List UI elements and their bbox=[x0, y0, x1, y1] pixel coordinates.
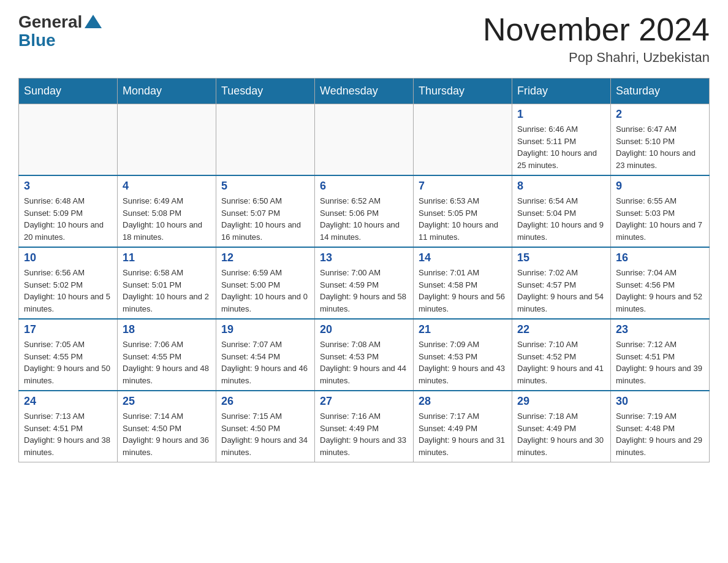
day-info: Sunrise: 7:07 AMSunset: 4:54 PMDaylight:… bbox=[221, 339, 309, 386]
day-number: 22 bbox=[517, 323, 605, 336]
day-info: Sunrise: 6:55 AMSunset: 5:03 PMDaylight:… bbox=[616, 195, 704, 243]
day-info: Sunrise: 7:04 AMSunset: 4:56 PMDaylight:… bbox=[616, 267, 704, 315]
calendar-cell: 18Sunrise: 7:06 AMSunset: 4:55 PMDayligh… bbox=[118, 319, 216, 391]
day-number: 24 bbox=[24, 395, 112, 408]
day-info: Sunrise: 6:52 AMSunset: 5:06 PMDaylight:… bbox=[320, 195, 408, 243]
calendar-table: SundayMondayTuesdayWednesdayThursdayFrid… bbox=[18, 78, 710, 462]
location: Pop Shahri, Uzbekistan bbox=[483, 50, 710, 66]
calendar-cell: 21Sunrise: 7:09 AMSunset: 4:53 PMDayligh… bbox=[414, 319, 512, 391]
day-info: Sunrise: 7:10 AMSunset: 4:52 PMDaylight:… bbox=[517, 339, 605, 386]
day-info: Sunrise: 6:48 AMSunset: 5:09 PMDaylight:… bbox=[24, 195, 112, 243]
day-info: Sunrise: 7:18 AMSunset: 4:49 PMDaylight:… bbox=[517, 410, 605, 458]
day-number: 26 bbox=[221, 395, 309, 408]
day-number: 9 bbox=[616, 180, 704, 193]
calendar-cell: 5Sunrise: 6:50 AMSunset: 5:07 PMDaylight… bbox=[216, 175, 315, 247]
day-info: Sunrise: 7:17 AMSunset: 4:49 PMDaylight:… bbox=[419, 410, 507, 458]
day-info: Sunrise: 7:02 AMSunset: 4:57 PMDaylight:… bbox=[517, 267, 605, 315]
day-info: Sunrise: 7:06 AMSunset: 4:55 PMDaylight:… bbox=[123, 339, 211, 386]
day-number: 27 bbox=[320, 395, 408, 408]
calendar-cell: 1Sunrise: 6:46 AMSunset: 5:11 PMDaylight… bbox=[512, 104, 611, 176]
day-info: Sunrise: 7:05 AMSunset: 4:55 PMDaylight:… bbox=[24, 339, 112, 386]
day-info: Sunrise: 6:50 AMSunset: 5:07 PMDaylight:… bbox=[221, 195, 309, 243]
day-info: Sunrise: 7:12 AMSunset: 4:51 PMDaylight:… bbox=[616, 339, 704, 386]
day-info: Sunrise: 6:58 AMSunset: 5:01 PMDaylight:… bbox=[123, 267, 211, 315]
day-number: 11 bbox=[123, 251, 211, 264]
calendar-cell: 25Sunrise: 7:14 AMSunset: 4:50 PMDayligh… bbox=[118, 391, 216, 462]
day-info: Sunrise: 7:08 AMSunset: 4:53 PMDaylight:… bbox=[320, 339, 408, 386]
day-number: 23 bbox=[616, 323, 704, 336]
day-number: 8 bbox=[517, 180, 605, 193]
day-info: Sunrise: 6:47 AMSunset: 5:10 PMDaylight:… bbox=[616, 123, 704, 171]
day-number: 30 bbox=[616, 395, 704, 408]
day-number: 15 bbox=[517, 251, 605, 264]
calendar-header-row: SundayMondayTuesdayWednesdayThursdayFrid… bbox=[19, 79, 710, 104]
day-info: Sunrise: 7:15 AMSunset: 4:50 PMDaylight:… bbox=[221, 410, 309, 458]
column-header-wednesday: Wednesday bbox=[315, 79, 414, 104]
calendar-cell: 16Sunrise: 7:04 AMSunset: 4:56 PMDayligh… bbox=[611, 247, 710, 319]
calendar-cell: 22Sunrise: 7:10 AMSunset: 4:52 PMDayligh… bbox=[512, 319, 611, 391]
calendar-cell: 9Sunrise: 6:55 AMSunset: 5:03 PMDaylight… bbox=[611, 175, 710, 247]
day-number: 3 bbox=[24, 180, 112, 193]
day-number: 19 bbox=[221, 323, 309, 336]
day-number: 17 bbox=[24, 323, 112, 336]
day-number: 7 bbox=[419, 180, 507, 193]
day-info: Sunrise: 6:56 AMSunset: 5:02 PMDaylight:… bbox=[24, 267, 112, 315]
day-info: Sunrise: 7:14 AMSunset: 4:50 PMDaylight:… bbox=[123, 410, 211, 458]
calendar-cell bbox=[414, 104, 512, 176]
logo: General Blue bbox=[18, 12, 102, 50]
calendar-cell: 19Sunrise: 7:07 AMSunset: 4:54 PMDayligh… bbox=[216, 319, 315, 391]
calendar-cell: 2Sunrise: 6:47 AMSunset: 5:10 PMDaylight… bbox=[611, 104, 710, 176]
day-number: 14 bbox=[419, 251, 507, 264]
calendar-cell bbox=[118, 104, 216, 176]
day-number: 12 bbox=[221, 251, 309, 264]
day-number: 25 bbox=[123, 395, 211, 408]
calendar-cell: 15Sunrise: 7:02 AMSunset: 4:57 PMDayligh… bbox=[512, 247, 611, 319]
day-info: Sunrise: 6:59 AMSunset: 5:00 PMDaylight:… bbox=[221, 267, 309, 315]
day-number: 16 bbox=[616, 251, 704, 264]
calendar-week-row: 1Sunrise: 6:46 AMSunset: 5:11 PMDaylight… bbox=[19, 104, 710, 176]
calendar-cell: 13Sunrise: 7:00 AMSunset: 4:59 PMDayligh… bbox=[315, 247, 414, 319]
calendar-cell: 23Sunrise: 7:12 AMSunset: 4:51 PMDayligh… bbox=[611, 319, 710, 391]
day-number: 20 bbox=[320, 323, 408, 336]
day-number: 4 bbox=[123, 180, 211, 193]
day-number: 28 bbox=[419, 395, 507, 408]
title-block: November 2024 Pop Shahri, Uzbekistan bbox=[483, 12, 710, 66]
day-info: Sunrise: 6:54 AMSunset: 5:04 PMDaylight:… bbox=[517, 195, 605, 243]
day-info: Sunrise: 6:53 AMSunset: 5:05 PMDaylight:… bbox=[419, 195, 507, 243]
calendar-cell: 8Sunrise: 6:54 AMSunset: 5:04 PMDaylight… bbox=[512, 175, 611, 247]
logo-general-text: General bbox=[18, 12, 82, 32]
calendar-week-row: 17Sunrise: 7:05 AMSunset: 4:55 PMDayligh… bbox=[19, 319, 710, 391]
day-number: 18 bbox=[123, 323, 211, 336]
calendar-week-row: 24Sunrise: 7:13 AMSunset: 4:51 PMDayligh… bbox=[19, 391, 710, 462]
day-number: 2 bbox=[616, 108, 704, 121]
column-header-tuesday: Tuesday bbox=[216, 79, 315, 104]
calendar-cell: 30Sunrise: 7:19 AMSunset: 4:48 PMDayligh… bbox=[611, 391, 710, 462]
day-number: 29 bbox=[517, 395, 605, 408]
calendar-cell bbox=[216, 104, 315, 176]
column-header-sunday: Sunday bbox=[19, 79, 118, 104]
calendar-cell: 10Sunrise: 6:56 AMSunset: 5:02 PMDayligh… bbox=[19, 247, 118, 319]
calendar-cell: 6Sunrise: 6:52 AMSunset: 5:06 PMDaylight… bbox=[315, 175, 414, 247]
logo-blue-text: Blue bbox=[18, 31, 56, 50]
calendar-cell: 3Sunrise: 6:48 AMSunset: 5:09 PMDaylight… bbox=[19, 175, 118, 247]
calendar-cell: 14Sunrise: 7:01 AMSunset: 4:58 PMDayligh… bbox=[414, 247, 512, 319]
calendar-cell: 12Sunrise: 6:59 AMSunset: 5:00 PMDayligh… bbox=[216, 247, 315, 319]
calendar-cell: 28Sunrise: 7:17 AMSunset: 4:49 PMDayligh… bbox=[414, 391, 512, 462]
day-info: Sunrise: 6:46 AMSunset: 5:11 PMDaylight:… bbox=[517, 123, 605, 171]
calendar-cell: 26Sunrise: 7:15 AMSunset: 4:50 PMDayligh… bbox=[216, 391, 315, 462]
calendar-cell bbox=[315, 104, 414, 176]
day-info: Sunrise: 7:16 AMSunset: 4:49 PMDaylight:… bbox=[320, 410, 408, 458]
day-info: Sunrise: 7:01 AMSunset: 4:58 PMDaylight:… bbox=[419, 267, 507, 315]
calendar-week-row: 3Sunrise: 6:48 AMSunset: 5:09 PMDaylight… bbox=[19, 175, 710, 247]
day-info: Sunrise: 7:00 AMSunset: 4:59 PMDaylight:… bbox=[320, 267, 408, 315]
calendar-cell: 7Sunrise: 6:53 AMSunset: 5:05 PMDaylight… bbox=[414, 175, 512, 247]
day-number: 6 bbox=[320, 180, 408, 193]
day-number: 13 bbox=[320, 251, 408, 264]
column-header-friday: Friday bbox=[512, 79, 611, 104]
calendar-cell: 17Sunrise: 7:05 AMSunset: 4:55 PMDayligh… bbox=[19, 319, 118, 391]
column-header-saturday: Saturday bbox=[611, 79, 710, 104]
calendar-cell: 20Sunrise: 7:08 AMSunset: 4:53 PMDayligh… bbox=[315, 319, 414, 391]
logo-triangle-icon bbox=[85, 15, 102, 28]
day-info: Sunrise: 7:19 AMSunset: 4:48 PMDaylight:… bbox=[616, 410, 704, 458]
calendar-cell: 24Sunrise: 7:13 AMSunset: 4:51 PMDayligh… bbox=[19, 391, 118, 462]
